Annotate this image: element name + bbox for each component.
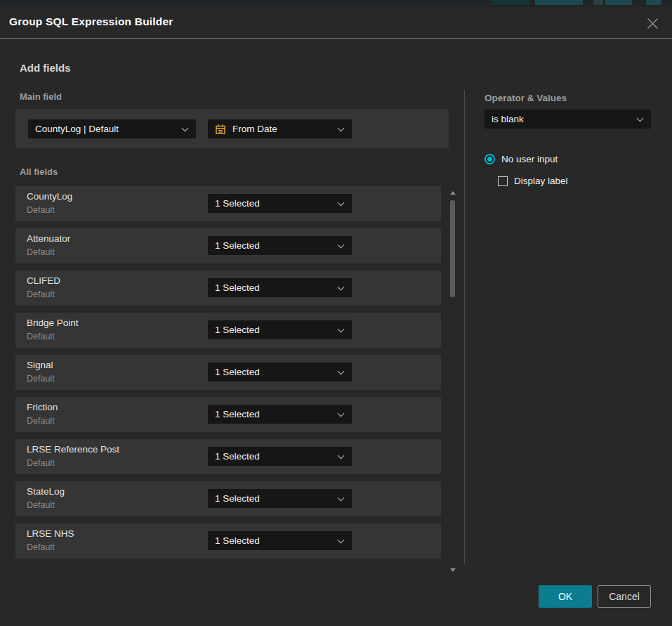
backdrop-fragment bbox=[492, 0, 530, 5]
field-row-lrse-nhs: LRSE NHS Default 1 Selected bbox=[15, 523, 441, 559]
scroll-up-icon[interactable] bbox=[450, 191, 456, 195]
field-row-attenuator: Attenuator Default 1 Selected bbox=[15, 228, 441, 263]
main-field-panel: CountyLog | Default From Date bbox=[15, 109, 449, 148]
field-name: LRSE NHS bbox=[27, 528, 74, 539]
field-name: Attenuator bbox=[27, 233, 70, 244]
field-selected-dropdown[interactable]: 1 Selected bbox=[208, 278, 352, 297]
chevron-down-icon bbox=[637, 115, 644, 122]
field-selected-dropdown[interactable]: 1 Selected bbox=[208, 447, 352, 466]
field-selected-dropdown[interactable]: 1 Selected bbox=[208, 236, 352, 255]
selected-count: 1 Selected bbox=[215, 282, 260, 293]
selected-count: 1 Selected bbox=[215, 240, 260, 251]
display-label-checkbox[interactable]: Display label bbox=[498, 176, 568, 186]
field-selected-dropdown[interactable]: 1 Selected bbox=[208, 531, 352, 550]
field-name: Signal bbox=[27, 360, 53, 370]
operator-value: is blank bbox=[492, 114, 524, 124]
field-selected-dropdown[interactable]: 1 Selected bbox=[208, 405, 352, 424]
backdrop-fragment bbox=[535, 0, 583, 5]
field-row-countylog: CountyLog Default 1 Selected bbox=[15, 186, 441, 221]
chevron-down-icon bbox=[338, 368, 345, 375]
field-row-lrse-reference-post: LRSE Reference Post Default 1 Selected bbox=[15, 439, 441, 474]
close-icon bbox=[647, 18, 659, 30]
selected-count: 1 Selected bbox=[215, 409, 260, 419]
chevron-down-icon bbox=[182, 125, 189, 132]
chevron-down-icon bbox=[338, 452, 345, 459]
scroll-down-icon[interactable] bbox=[450, 568, 456, 572]
main-field-source-select[interactable]: CountyLog | Default bbox=[28, 119, 196, 138]
dialog-title: Group SQL Expression Builder bbox=[9, 15, 173, 28]
field-selected-dropdown[interactable]: 1 Selected bbox=[208, 363, 352, 382]
field-subtitle: Default bbox=[27, 205, 55, 215]
backdrop-fragment bbox=[593, 0, 603, 5]
cancel-button[interactable]: Cancel bbox=[598, 585, 651, 608]
field-selected-dropdown[interactable]: 1 Selected bbox=[208, 320, 352, 339]
selected-count: 1 Selected bbox=[215, 325, 260, 335]
group-sql-expression-builder-dialog: Group SQL Expression Builder Add fields … bbox=[0, 7, 672, 626]
ok-button[interactable]: OK bbox=[539, 585, 592, 608]
all-fields-label: All fields bbox=[20, 167, 58, 177]
backdrop-fragment bbox=[646, 0, 661, 5]
field-name: Bridge Point bbox=[27, 318, 79, 328]
field-name: CountyLog bbox=[27, 191, 72, 202]
radio-label: No user input bbox=[501, 154, 558, 164]
field-selected-dropdown[interactable]: 1 Selected bbox=[208, 194, 352, 213]
close-button[interactable] bbox=[640, 11, 665, 36]
main-field-field-select[interactable]: From Date bbox=[208, 119, 352, 138]
selected-count: 1 Selected bbox=[215, 367, 260, 377]
calendar-date-icon bbox=[215, 124, 226, 135]
field-row-signal: Signal Default 1 Selected bbox=[15, 355, 441, 390]
field-selected-dropdown[interactable]: 1 Selected bbox=[208, 489, 352, 508]
selected-count: 1 Selected bbox=[215, 451, 260, 462]
field-name: CLIFED bbox=[27, 275, 60, 286]
operator-select[interactable]: is blank bbox=[485, 110, 651, 129]
scrollbar-thumb[interactable] bbox=[450, 200, 455, 297]
selected-count: 1 Selected bbox=[215, 198, 260, 209]
field-name: LRSE Reference Post bbox=[27, 444, 119, 455]
field-subtitle: Default bbox=[27, 247, 55, 257]
chevron-down-icon bbox=[338, 410, 345, 417]
field-subtitle: Default bbox=[27, 374, 55, 384]
field-row-friction: Friction Default 1 Selected bbox=[15, 397, 441, 432]
chevron-down-icon bbox=[338, 200, 345, 207]
field-subtitle: Default bbox=[27, 458, 55, 468]
chevron-down-icon bbox=[338, 125, 345, 132]
checkbox-unchecked-icon bbox=[498, 176, 508, 186]
background-app-strip bbox=[0, 0, 672, 7]
no-user-input-radio[interactable]: No user input bbox=[485, 154, 558, 164]
operator-values-heading: Operator & Values bbox=[485, 93, 567, 103]
chevron-down-icon bbox=[338, 537, 345, 544]
chevron-down-icon bbox=[338, 495, 345, 502]
field-name: Friction bbox=[27, 402, 58, 412]
field-subtitle: Default bbox=[27, 500, 55, 510]
list-scrollbar[interactable] bbox=[448, 188, 456, 575]
screen: Group SQL Expression Builder Add fields … bbox=[0, 0, 672, 626]
field-row-statelog: StateLog Default 1 Selected bbox=[15, 481, 441, 516]
field-subtitle: Default bbox=[27, 289, 55, 299]
backdrop-fragment bbox=[605, 0, 632, 5]
radio-selected-icon bbox=[485, 154, 495, 164]
field-row-bridge-point: Bridge Point Default 1 Selected bbox=[15, 313, 441, 348]
checkbox-label: Display label bbox=[514, 176, 568, 186]
panel-divider bbox=[464, 90, 465, 564]
add-fields-heading: Add fields bbox=[20, 62, 71, 74]
selected-count: 1 Selected bbox=[215, 535, 260, 546]
chevron-down-icon bbox=[338, 242, 345, 249]
dialog-header: Group SQL Expression Builder bbox=[0, 7, 672, 39]
field-row-clifed: CLIFED Default 1 Selected bbox=[15, 270, 441, 306]
chevron-down-icon bbox=[338, 326, 345, 333]
field-subtitle: Default bbox=[27, 332, 55, 341]
main-field-source-value: CountyLog | Default bbox=[35, 124, 119, 134]
main-field-label: Main field bbox=[20, 91, 62, 102]
selected-count: 1 Selected bbox=[215, 493, 260, 504]
field-subtitle: Default bbox=[27, 542, 55, 552]
field-subtitle: Default bbox=[27, 416, 55, 426]
field-name: StateLog bbox=[27, 486, 65, 497]
main-field-field-value: From Date bbox=[232, 124, 277, 134]
chevron-down-icon bbox=[338, 284, 345, 291]
